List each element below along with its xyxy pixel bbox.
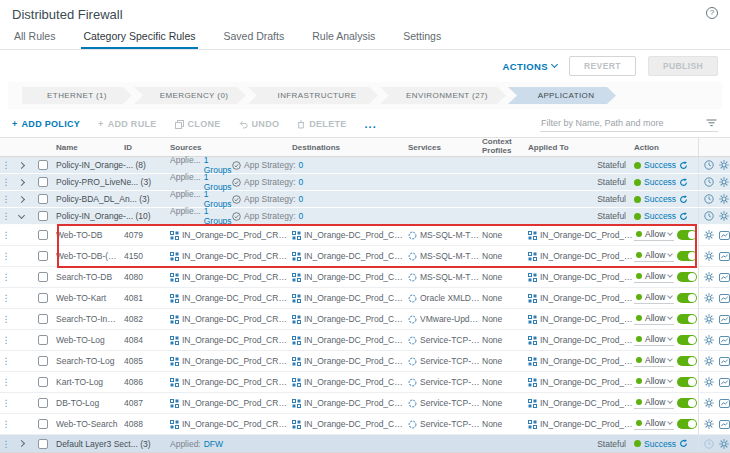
policy-name[interactable]: Default Layer3 Sect... (3) [56, 439, 170, 449]
rule-sources[interactable]: IN_Orange-DC_Prod_CRM-P_Web [170, 251, 292, 261]
rule-services[interactable]: MS-SQL-M-TCP [408, 230, 482, 240]
gear-icon[interactable] [719, 160, 729, 170]
row-checkbox[interactable] [30, 211, 56, 221]
status-text[interactable]: Success [644, 194, 676, 204]
row-checkbox[interactable] [30, 160, 56, 170]
drag-handle[interactable]: ⋮ [0, 356, 12, 366]
rule-sources[interactable]: IN_Orange-DC_Prod_CRM-P_Kart [170, 377, 292, 387]
undo-button[interactable]: UNDO [239, 119, 280, 129]
clock-icon[interactable] [704, 160, 714, 170]
app-strategy-value[interactable]: 0 [299, 160, 304, 170]
rule-destinations[interactable]: IN_Orange-DC_Prod_CRM-P_DB [292, 251, 408, 261]
filter-input[interactable]: Filter by Name, Path and more [540, 116, 718, 132]
applied-value-link[interactable]: DFW [204, 439, 223, 449]
app-strategy-value[interactable]: 0 [299, 194, 304, 204]
rule-applied-to[interactable]: IN_Orange-DC_Prod_CRM-P [528, 230, 634, 240]
stats-chart-icon[interactable] [719, 420, 730, 429]
stats-chart-icon[interactable] [719, 231, 730, 240]
row-checkbox[interactable] [30, 272, 56, 282]
rule-sources[interactable]: IN_Orange-DC_Prod_CRM-P_DB [170, 398, 292, 408]
col-header-id[interactable]: ID [124, 143, 170, 152]
action-select[interactable]: Allow [634, 313, 674, 325]
col-header-context-profiles[interactable]: Context Profiles [482, 138, 528, 156]
rule-sources[interactable]: IN_Orange-DC_Prod_CRM-P_Web [170, 335, 292, 345]
row-checkbox[interactable] [30, 439, 56, 449]
rule-name[interactable]: Web-TO-Kart [56, 293, 124, 303]
rule-services[interactable]: Oracle XMLDB HT.. [408, 293, 482, 303]
action-select[interactable]: Allow [634, 292, 674, 304]
action-select[interactable]: Allow [634, 250, 674, 262]
action-select[interactable]: Allow [634, 376, 674, 388]
rule-enabled-toggle[interactable] [677, 314, 697, 324]
refresh-status-icon[interactable] [679, 161, 688, 170]
drag-handle[interactable]: ⋮ [0, 293, 12, 303]
publish-button[interactable]: PUBLISH [648, 56, 718, 76]
rule-enabled-toggle[interactable] [677, 293, 697, 303]
drag-handle[interactable]: ⋮ [0, 419, 12, 429]
rule-applied-to[interactable]: IN_Orange-DC_Prod_CRM-P [528, 314, 634, 324]
gear-icon[interactable] [704, 419, 714, 429]
drag-handle[interactable]: ⋮ [0, 194, 12, 204]
rule-context-profiles[interactable]: None [482, 272, 528, 282]
rule-context-profiles[interactable]: None [482, 356, 528, 366]
rule-services[interactable]: Service-TCP-8081 [408, 377, 482, 387]
drag-handle[interactable]: ⋮ [0, 251, 12, 261]
clock-icon[interactable] [704, 177, 714, 187]
gear-icon[interactable] [704, 314, 714, 324]
category-environment[interactable]: ENVIRONMENT (27) [380, 87, 506, 104]
rule-context-profiles[interactable]: None [482, 293, 528, 303]
policy-name[interactable]: Policy-PRO_LiveNe... (3) [56, 177, 170, 187]
more-actions-button[interactable]: ... [365, 118, 377, 130]
rule-enabled-toggle[interactable] [677, 230, 697, 240]
row-checkbox[interactable] [30, 177, 56, 187]
stats-chart-icon[interactable] [719, 252, 730, 261]
action-select[interactable]: Allow [634, 397, 674, 409]
rule-context-profiles[interactable]: None [482, 419, 528, 429]
action-select[interactable]: Allow [634, 229, 674, 241]
refresh-status-icon[interactable] [679, 178, 688, 187]
rule-context-profiles[interactable]: None [482, 314, 528, 324]
app-strategy-value[interactable]: 0 [299, 211, 304, 221]
rule-name[interactable]: Search-TO-DB [56, 272, 124, 282]
col-header-sources[interactable]: Sources [170, 143, 292, 152]
rule-destinations[interactable]: IN_Orange-DC_Prod_CRM-P_Kart [292, 293, 408, 303]
rule-destinations[interactable]: IN_Orange-DC_Prod_CRM-P_Log [292, 356, 408, 366]
rule-sources[interactable]: IN_Orange-DC_Prod_CRM-P_Sear.. [170, 314, 292, 324]
col-header-name[interactable]: Name [56, 143, 124, 152]
gear-icon[interactable] [704, 230, 714, 240]
expand-toggle[interactable] [12, 441, 30, 446]
rule-name[interactable]: Web-TO-DB [56, 230, 124, 240]
refresh-status-icon[interactable] [679, 439, 688, 448]
drag-handle[interactable]: ⋮ [0, 160, 12, 170]
rule-sources[interactable]: IN_Orange-DC_Prod_CRM-P_Sear.. [170, 272, 292, 282]
rule-sources[interactable]: IN_Orange-DC_Prod_CRM-P_Web [170, 230, 292, 240]
action-select[interactable]: Allow [634, 334, 674, 346]
add-policy-button[interactable]: + ADD POLICY [12, 119, 80, 129]
gear-icon[interactable] [719, 177, 729, 187]
row-checkbox[interactable] [30, 194, 56, 204]
rule-applied-to[interactable]: IN_Orange-DC_Prod_CRM-P [528, 398, 634, 408]
revert-button[interactable]: REVERT [569, 56, 636, 76]
expand-toggle[interactable] [12, 215, 30, 218]
refresh-status-icon[interactable] [679, 195, 688, 204]
action-select[interactable]: Allow [634, 418, 674, 430]
rule-applied-to[interactable]: IN_Orange-DC_Prod_CRM-P [528, 377, 634, 387]
rule-services[interactable]: VMware-UpdateM.. [408, 314, 482, 324]
stats-chart-icon[interactable] [719, 378, 730, 387]
rule-sources[interactable]: IN_Orange-DC_Prod_CRM-P_Sear.. [170, 356, 292, 366]
applied-groups-link[interactable]: 1 Groups [204, 206, 232, 226]
gear-icon[interactable] [704, 398, 714, 408]
expand-toggle[interactable] [12, 197, 30, 202]
gear-icon[interactable] [719, 439, 729, 449]
rule-context-profiles[interactable]: None [482, 398, 528, 408]
rule-sources[interactable]: IN_Orange-DC_Prod_CRM-P_Web [170, 419, 292, 429]
row-checkbox[interactable] [30, 293, 56, 303]
policy-name[interactable]: Policy-BDA_DL_An... (3) [56, 194, 170, 204]
row-checkbox[interactable] [30, 314, 56, 324]
rule-services[interactable]: Service-TCP-8081 [408, 356, 482, 366]
tab-all-rules[interactable]: All Rules [12, 24, 57, 49]
category-emergency[interactable]: EMERGENCY (0) [134, 87, 246, 104]
refresh-status-icon[interactable] [679, 212, 688, 221]
gear-icon[interactable] [704, 251, 714, 261]
rule-sources[interactable]: IN_Orange-DC_Prod_CRM-P_Web [170, 293, 292, 303]
